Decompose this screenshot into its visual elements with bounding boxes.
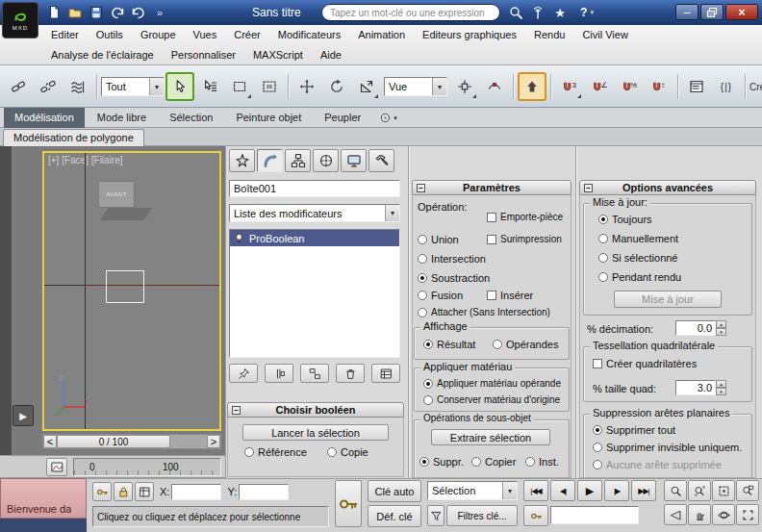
menu-aide[interactable]: Aide xyxy=(312,45,350,65)
dropdown-arrow-icon[interactable] xyxy=(149,78,164,95)
selected-box-object[interactable] xyxy=(106,270,144,303)
radio-materiau-origine[interactable]: Conserver matériau d'origine xyxy=(423,394,560,405)
selection-set-combo[interactable]: Sélection xyxy=(427,481,518,500)
named-selection-combo-button[interactable]: {|} xyxy=(712,72,741,101)
dropdown-arrow-icon[interactable] xyxy=(432,78,446,95)
radio-union[interactable]: Union xyxy=(418,234,459,245)
checkbox-surimpression[interactable]: Surimpression xyxy=(487,234,562,244)
extract-selection-button[interactable]: Extraire sélection xyxy=(431,429,550,445)
menu-rendu[interactable]: Rendu xyxy=(525,25,573,45)
window-crossing-button[interactable] xyxy=(255,72,284,101)
field-of-view-button[interactable] xyxy=(664,504,687,525)
selection-lock-toggle[interactable] xyxy=(114,482,133,501)
key-filters-button[interactable]: Filtres clé... xyxy=(446,505,518,526)
pin-stack-button[interactable] xyxy=(229,364,258,383)
previous-frame-button[interactable]: < xyxy=(43,435,57,448)
parameters-header[interactable]: Paramètres xyxy=(412,180,572,195)
go-to-start-button[interactable]: |◀◀ xyxy=(523,480,548,501)
collapse-minus-icon[interactable] xyxy=(417,184,425,192)
pivot-center-button[interactable] xyxy=(450,72,479,101)
tab-motion[interactable] xyxy=(313,149,339,172)
menu-animation[interactable]: Animation xyxy=(349,25,414,45)
quad-size-value[interactable]: 3.0 xyxy=(675,380,716,395)
menu-modificateurs[interactable]: Modificateurs xyxy=(269,25,349,45)
radio-resultat[interactable]: Résultat xyxy=(423,339,475,350)
show-end-result-button[interactable] xyxy=(265,364,293,383)
menu-editeurs-graphiques[interactable]: Editeurs graphiques xyxy=(414,25,525,45)
go-to-end-button[interactable]: ▶▶| xyxy=(631,480,656,501)
radio-materiau-operande[interactable]: Appliquer matériau opérande xyxy=(423,378,561,389)
current-frame-field[interactable] xyxy=(550,506,639,524)
modifier-list-combo[interactable]: Liste des modificateurs xyxy=(229,204,400,222)
configure-modifier-sets-button[interactable] xyxy=(371,364,400,383)
radio-supprimer-invisible[interactable]: Supprimer invisible uniquem. xyxy=(593,442,742,453)
zoom-all-button[interactable] xyxy=(688,480,711,501)
select-and-link-button[interactable] xyxy=(4,72,33,101)
search-go-button[interactable] xyxy=(506,4,525,21)
next-frame-button[interactable]: > xyxy=(207,435,220,448)
dropdown-arrow-icon[interactable] xyxy=(502,482,517,499)
tab-utilities[interactable] xyxy=(368,149,394,172)
checkbox-emporte-piece[interactable]: Emporte-pièce xyxy=(487,212,563,222)
set-key-small-button[interactable] xyxy=(92,482,112,501)
radio-fusion[interactable]: Fusion xyxy=(418,290,463,301)
favorites-button[interactable]: ★ xyxy=(550,4,570,21)
spinner-up-icon[interactable] xyxy=(716,380,726,388)
menu-maxscript[interactable]: MAXScript xyxy=(244,45,312,65)
x-coordinate-field[interactable] xyxy=(171,484,221,500)
maximize-viewport-button[interactable] xyxy=(736,504,759,525)
tab-modelisation[interactable]: Modélisation xyxy=(4,108,85,128)
toolbar-overflow-button[interactable]: » xyxy=(150,4,169,21)
set-key-button[interactable]: Déf. clé xyxy=(368,505,421,527)
radio-aucune-arete[interactable]: Aucune arête supprimée xyxy=(593,459,722,470)
undo-button[interactable] xyxy=(108,4,127,21)
decimation-spinner[interactable]: 0.0 xyxy=(675,320,726,336)
start-picking-button[interactable]: Lancer la sélection xyxy=(242,424,389,441)
radio-pendant-rendu[interactable]: Pendant rendu xyxy=(598,271,681,283)
lightbulb-icon[interactable] xyxy=(233,232,245,244)
collapse-minus-icon[interactable] xyxy=(232,406,241,415)
remove-modifier-button[interactable] xyxy=(336,364,365,383)
radio-copier[interactable]: Copier xyxy=(471,456,516,468)
orbit-button[interactable] xyxy=(712,504,735,525)
tab-mode-libre[interactable]: Mode libre xyxy=(87,108,157,128)
radio-manuellement[interactable]: Manuellement xyxy=(598,233,678,244)
tab-modify[interactable] xyxy=(257,149,283,172)
select-and-scale-button[interactable] xyxy=(352,72,381,101)
restore-button[interactable] xyxy=(700,4,724,20)
dropdown-arrow-icon[interactable] xyxy=(385,205,399,221)
radio-soustraction[interactable]: Soustraction xyxy=(418,272,490,284)
time-slider-handle[interactable]: 0 / 100 xyxy=(57,435,170,448)
radio-inst[interactable]: Inst. xyxy=(525,456,559,468)
spinner-down-icon[interactable] xyxy=(716,388,726,395)
menu-groupe[interactable]: Groupe xyxy=(132,25,185,45)
quad-size-spinner[interactable]: 3.0 xyxy=(675,380,726,395)
select-object-button[interactable] xyxy=(165,72,194,101)
help-button[interactable]: ? ▾ xyxy=(572,4,601,21)
redo-button[interactable] xyxy=(129,4,148,21)
select-and-rotate-button[interactable] xyxy=(322,72,351,101)
tab-peupler[interactable]: Peupler xyxy=(314,108,371,128)
menu-analyse-eclairage[interactable]: Analyse de l'éclairage xyxy=(42,45,163,65)
play-button[interactable]: ▶ xyxy=(577,480,602,501)
zoom-extents-button[interactable] xyxy=(712,480,735,501)
new-scene-button[interactable] xyxy=(44,4,64,21)
set-keys-button[interactable] xyxy=(335,480,362,527)
radio-copie[interactable]: Copie xyxy=(327,446,368,458)
checkbox-inserer[interactable]: Insérer xyxy=(487,290,533,301)
radio-intersection[interactable]: Intersection xyxy=(418,253,486,265)
absolute-offset-toggle[interactable] xyxy=(135,482,154,501)
key-mode-toggle[interactable] xyxy=(523,505,548,526)
collapse-minus-icon[interactable] xyxy=(584,184,593,192)
make-unique-button[interactable] xyxy=(300,364,329,383)
menu-editer[interactable]: Editer xyxy=(42,25,88,45)
object-name-field[interactable]: Boîte001 xyxy=(229,180,400,197)
menu-outils[interactable]: Outils xyxy=(88,25,132,45)
angle-snap-toggle[interactable]: ∠ xyxy=(585,72,614,101)
radio-reference[interactable]: Référence xyxy=(244,446,307,458)
zoom-region-button[interactable] xyxy=(736,480,759,501)
tab-hierarchy[interactable] xyxy=(285,149,311,172)
welcome-window-titlebar[interactable]: Bienvenue da xyxy=(0,478,87,519)
pick-boolean-header[interactable]: Choisir booléen xyxy=(227,402,404,418)
select-by-name-button[interactable] xyxy=(195,72,224,101)
